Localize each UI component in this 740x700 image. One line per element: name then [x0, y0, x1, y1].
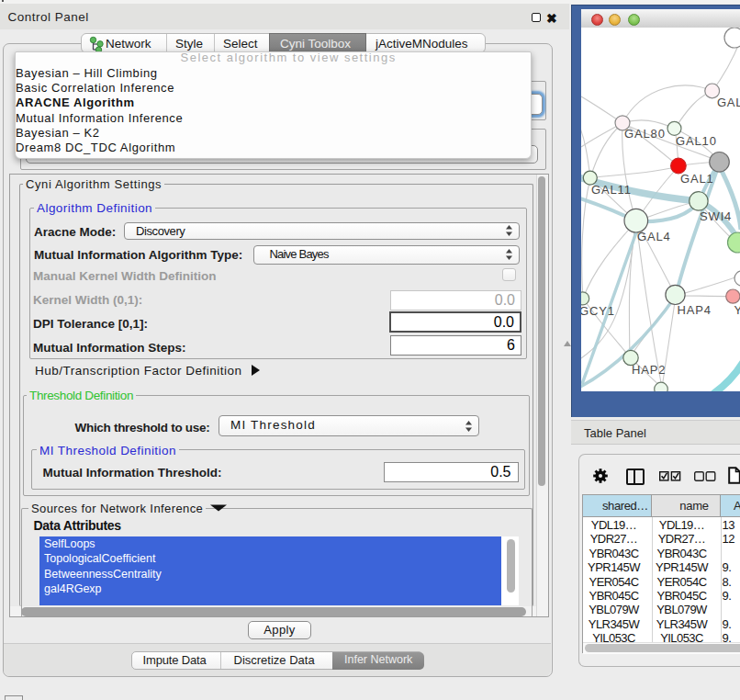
svg-text:Y: Y — [734, 303, 740, 317]
svg-text:GAL80: GAL80 — [624, 127, 666, 141]
svg-text:GAL1: GAL1 — [680, 172, 714, 186]
svg-text:GAL11: GAL11 — [591, 183, 632, 197]
svg-text:SWI4: SWI4 — [700, 209, 732, 223]
svg-text:GCY1: GCY1 — [581, 304, 615, 318]
svg-text:GAL4: GAL4 — [637, 230, 671, 243]
svg-text:GAL10: GAL10 — [676, 134, 717, 148]
svg-text:HAP4: HAP4 — [678, 303, 712, 317]
svg-text:GAL7: GAL7 — [717, 96, 740, 109]
svg-text:HAP2: HAP2 — [632, 363, 666, 377]
